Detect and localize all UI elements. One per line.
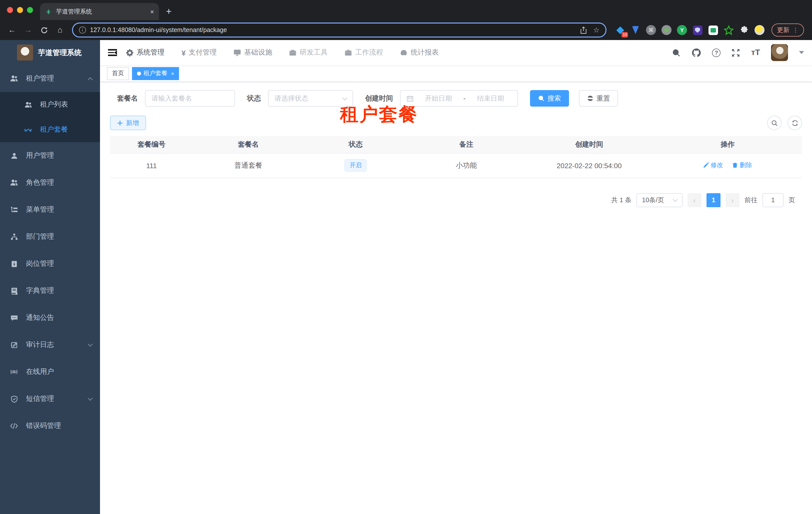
font-size-icon[interactable]: тT bbox=[751, 48, 760, 57]
browser-tab[interactable]: 芋道管理系统 × bbox=[40, 3, 159, 20]
sidebar-item-role-management[interactable]: 角色管理 bbox=[0, 169, 100, 196]
top-menu-pay[interactable]: ¥ 支付管理 bbox=[181, 48, 217, 57]
url-bar[interactable]: i 127.0.0.1:48080/admin-ui/system/tenant… bbox=[72, 23, 607, 37]
browser-update-button[interactable]: 更新 ⋮ bbox=[772, 24, 804, 36]
share-icon[interactable] bbox=[580, 26, 587, 34]
browser-menu-dots-icon[interactable]: ⋮ bbox=[792, 27, 799, 33]
end-date-placeholder[interactable]: 结束日期 bbox=[470, 94, 512, 103]
extension-tabs-icon[interactable]: 10 bbox=[614, 25, 626, 35]
start-date-placeholder[interactable]: 开始日期 bbox=[417, 94, 460, 103]
page-watermark-title: 租户套餐 bbox=[340, 102, 418, 127]
help-icon[interactable]: ? bbox=[712, 48, 721, 57]
reset-button[interactable]: 重置 bbox=[579, 90, 618, 107]
maximize-window-button[interactable] bbox=[27, 7, 33, 13]
cell-name: 普通套餐 bbox=[193, 153, 304, 178]
user-avatar[interactable] bbox=[771, 44, 788, 61]
tag-home[interactable]: 首页 bbox=[107, 67, 129, 80]
prev-page-button[interactable]: ‹ bbox=[688, 193, 701, 207]
fullscreen-icon[interactable] bbox=[732, 48, 740, 57]
site-info-icon[interactable]: i bbox=[79, 27, 86, 33]
top-menu-workflow[interactable]: 工作流程 bbox=[345, 48, 383, 57]
tab-favicon-plant-icon bbox=[45, 8, 52, 15]
github-icon[interactable] bbox=[692, 48, 701, 57]
page-size-select[interactable]: 10条/页 bbox=[637, 193, 683, 207]
sidebar-item-tenant-list[interactable]: 租户列表 bbox=[0, 92, 100, 117]
next-page-button[interactable]: › bbox=[725, 193, 740, 207]
sidebar-item-audit-log[interactable]: 审计日志 bbox=[0, 331, 100, 358]
back-button[interactable]: ← bbox=[5, 23, 19, 37]
briefcase-icon bbox=[289, 49, 297, 56]
name-filter-input[interactable] bbox=[151, 94, 229, 102]
chevron-down-icon bbox=[342, 95, 347, 100]
page-content: 套餐名 状态 请选择状态 创建时间 开始日期 - 结束日期 bbox=[100, 82, 812, 514]
pagination: 共 1 条 10条/页 ‹ 1 › 前往 页 bbox=[110, 193, 802, 207]
sidebar-item-error-code[interactable]: 错误码管理 bbox=[0, 412, 100, 439]
closed-eyes-icon bbox=[24, 126, 32, 134]
chevron-down-icon bbox=[88, 342, 93, 347]
page-1-button[interactable]: 1 bbox=[706, 193, 721, 207]
sidebar-item-dept-management[interactable]: 部门管理 bbox=[0, 223, 100, 250]
extension-shield-icon[interactable] bbox=[692, 25, 703, 35]
extension-star-icon[interactable] bbox=[723, 25, 734, 35]
bookmark-star-icon[interactable]: ☆ bbox=[593, 26, 600, 34]
top-menu-report[interactable]: 统计报表 bbox=[400, 48, 439, 57]
sidebar-item-online-users[interactable]: 在线用户 bbox=[0, 358, 100, 385]
search-button[interactable]: 搜索 bbox=[530, 90, 569, 107]
sidebar-item-user-management[interactable]: 用户管理 bbox=[0, 142, 100, 169]
trash-icon bbox=[732, 162, 738, 168]
minimize-window-button[interactable] bbox=[17, 7, 23, 13]
delete-link[interactable]: 删除 bbox=[732, 161, 752, 170]
edit-link[interactable]: 修改 bbox=[703, 161, 723, 170]
add-button[interactable]: 新增 bbox=[110, 116, 146, 130]
extension-chat-icon[interactable] bbox=[707, 25, 719, 35]
org-tree-icon bbox=[10, 233, 18, 241]
new-tab-button[interactable]: + bbox=[166, 6, 172, 17]
extensions-puzzle-icon[interactable] bbox=[738, 25, 750, 35]
tab-close-icon[interactable]: × bbox=[150, 8, 154, 15]
top-menu-devtools[interactable]: 研发工具 bbox=[289, 48, 328, 57]
url-text[interactable]: 127.0.0.1:48080/admin-ui/system/tenant/p… bbox=[90, 27, 576, 33]
sidebar-item-post-management[interactable]: 岗位管理 bbox=[0, 250, 100, 277]
reload-button[interactable] bbox=[37, 23, 51, 37]
sidebar-item-dict-management[interactable]: 字典管理 bbox=[0, 277, 100, 304]
briefcase-icon bbox=[345, 49, 352, 56]
sidebar-logo[interactable]: 芋道管理系统 bbox=[0, 40, 100, 65]
search-icon[interactable] bbox=[672, 48, 681, 57]
extension-y-icon[interactable]: Y bbox=[676, 25, 688, 35]
cell-created: 2022-02-22 00:54:00 bbox=[525, 153, 653, 178]
table-settings bbox=[767, 116, 802, 130]
dict-book-icon bbox=[10, 287, 18, 295]
forward-button[interactable]: → bbox=[21, 23, 35, 37]
tag-close-icon[interactable]: × bbox=[171, 70, 174, 76]
collapse-sidebar-icon[interactable] bbox=[108, 49, 117, 56]
reload-icon bbox=[40, 26, 48, 34]
show-search-button[interactable] bbox=[767, 116, 782, 130]
avatar-caret-icon[interactable] bbox=[799, 51, 804, 54]
close-window-button[interactable] bbox=[7, 7, 13, 13]
extension-recorder-icon[interactable] bbox=[661, 25, 672, 35]
top-menu-infra[interactable]: 基础设施 bbox=[234, 48, 272, 57]
logo-rabbit-avatar bbox=[17, 45, 33, 60]
shield-check-icon bbox=[10, 395, 18, 403]
extension-command-icon[interactable]: ⌘ bbox=[645, 25, 657, 35]
goto-page-input[interactable] bbox=[762, 193, 783, 207]
profile-avatar-icon[interactable] bbox=[754, 25, 765, 35]
refresh-table-button[interactable] bbox=[787, 116, 802, 130]
chevron-down-icon bbox=[673, 197, 678, 202]
sidebar-item-notice[interactable]: 通知公告 bbox=[0, 304, 100, 331]
sidebar-item-tenant-management[interactable]: 租户管理 bbox=[0, 65, 100, 92]
sidebar-item-menu-management[interactable]: 菜单管理 bbox=[0, 196, 100, 223]
message-icon bbox=[10, 314, 18, 322]
status-badge[interactable]: 开启 bbox=[345, 159, 367, 172]
cell-remark: 小功能 bbox=[407, 153, 525, 178]
tag-tenant-package[interactable]: 租户套餐 × bbox=[132, 67, 179, 80]
user-icon bbox=[10, 152, 18, 160]
refresh-icon bbox=[791, 119, 798, 126]
sidebar-item-tenant-package[interactable]: 租户套餐 bbox=[0, 117, 100, 142]
macos-traffic-lights[interactable] bbox=[0, 0, 40, 20]
table-row: 111 普通套餐 开启 小功能 2022-02-22 00:54:00 修改 bbox=[110, 153, 802, 178]
extension-gem-icon[interactable] bbox=[630, 25, 641, 35]
home-button[interactable]: ⌂ bbox=[53, 23, 67, 37]
top-menu-system[interactable]: 系统管理 bbox=[126, 48, 165, 57]
sidebar-item-sms-management[interactable]: 短信管理 bbox=[0, 385, 100, 412]
